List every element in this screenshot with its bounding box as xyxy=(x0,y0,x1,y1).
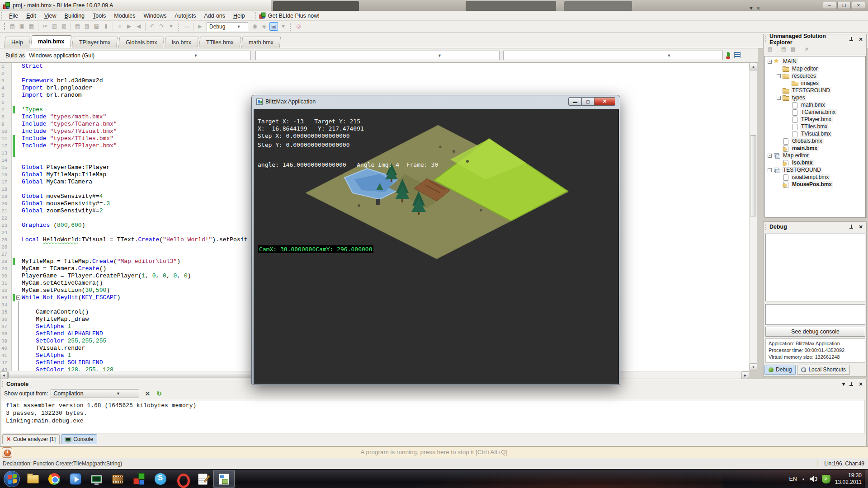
tree-expand-icon[interactable]: − xyxy=(777,74,781,78)
taskbar-chrome-icon[interactable] xyxy=(43,470,65,488)
code-line[interactable]: 1Strict xyxy=(0,63,749,70)
volume-icon[interactable] xyxy=(810,476,817,482)
app-minimize-button[interactable]: ▬ xyxy=(568,97,582,106)
menu-item-add-ons[interactable]: Add-ons xyxy=(200,12,229,20)
save-all-icon[interactable]: ▦ xyxy=(27,22,36,31)
help-icon[interactable]: ◎ xyxy=(294,22,303,31)
editor-vertical-scrollbar[interactable]: ▲ ▼ xyxy=(749,63,757,371)
outdent-icon[interactable]: ◀ xyxy=(134,22,143,31)
blitzmax-app-window[interactable]: BlitzMax Application ▬ ◻ ✕ xyxy=(251,95,620,385)
fold-collapse-icon[interactable]: − xyxy=(16,296,20,300)
app-close-button[interactable]: ✕ xyxy=(594,97,615,106)
tree-expand-icon[interactable]: − xyxy=(768,154,772,158)
tab-main-bmx[interactable]: main.bmx xyxy=(30,35,71,48)
tree-expand-icon[interactable]: − xyxy=(768,168,772,172)
bookmark-icon[interactable]: ▮ xyxy=(102,22,110,31)
program-running-message[interactable]: A program is running, press here to stop… xyxy=(0,449,868,455)
output-source-select[interactable]: Compilation ▼ xyxy=(51,389,139,398)
tree-item-ttiles-bmx[interactable]: TTiles.bmx xyxy=(765,123,865,130)
tab-code-analyzer[interactable]: ✕ Code analyzer [1] xyxy=(2,434,60,444)
chevron-down-icon[interactable]: ▼ xyxy=(840,381,847,387)
redo-icon[interactable]: ↷ xyxy=(157,22,166,31)
clear-console-icon[interactable]: ✕ xyxy=(145,390,150,397)
app-maximize-button[interactable]: ◻ xyxy=(582,97,594,106)
close-button[interactable]: ✕ xyxy=(852,2,865,9)
taskbar-start-button[interactable] xyxy=(1,470,22,488)
minimize-button[interactable]: ─ xyxy=(823,2,836,9)
clock[interactable]: 19:30 13.02.2011 xyxy=(835,472,862,486)
save-icon[interactable]: ▣ xyxy=(18,22,26,31)
tree-item-globals-bmx[interactable]: Globals.bmx xyxy=(765,137,865,145)
book-open-icon[interactable]: ▤ xyxy=(73,22,82,31)
indent-icon[interactable]: ▶ xyxy=(125,22,133,31)
tree-item-types[interactable]: −types xyxy=(765,94,865,101)
scroll-right-icon[interactable]: ▶ xyxy=(741,371,749,379)
tab-iso-bmx[interactable]: iso.bmx xyxy=(165,37,199,48)
taskbar-movie-maker-icon[interactable] xyxy=(107,470,128,488)
paste-icon[interactable]: ▨ xyxy=(60,22,68,31)
console-output[interactable]: flat assembler version 1.68 (1645625 kil… xyxy=(2,400,864,433)
menu-item-file[interactable]: File xyxy=(5,12,22,20)
tree-item-map-editor[interactable]: Map editor xyxy=(765,65,865,72)
tree-item-iso-bmx[interactable]: iso.bmx xyxy=(765,159,865,166)
cascade-windows-icon[interactable]: ▧ xyxy=(766,45,774,54)
taskbar-text-editor-icon[interactable] xyxy=(192,470,213,488)
copy-special-icon[interactable]: ▣ xyxy=(269,22,278,31)
taskbar-explorer-icon[interactable] xyxy=(22,470,43,488)
open-icon[interactable]: ▤ xyxy=(8,22,17,31)
scroll-up-icon[interactable]: ▲ xyxy=(750,63,757,70)
scrollbar-thumb[interactable] xyxy=(750,135,756,216)
show-desktop-button[interactable] xyxy=(865,469,868,488)
tab-math-bmx[interactable]: math.bmx xyxy=(241,37,281,48)
build-tree-icon[interactable] xyxy=(725,52,732,59)
secondary-select[interactable]: ▼ xyxy=(255,51,500,60)
tree-item-testground[interactable]: TESTGROUND xyxy=(765,87,865,94)
tree-item-main-bmx[interactable]: main.bmx xyxy=(765,145,865,152)
antivirus-shield-icon[interactable]: ✓ xyxy=(822,475,830,483)
undo-icon[interactable]: ↶ xyxy=(148,22,156,31)
code-line[interactable]: 2 xyxy=(0,70,749,77)
see-debug-console-button[interactable]: See debug console xyxy=(765,327,865,337)
window-icon[interactable]: □ xyxy=(182,22,191,31)
scroll-down-icon[interactable]: ▼ xyxy=(750,363,757,371)
debug-value-box[interactable] xyxy=(765,304,865,325)
menu-item-building[interactable]: Building xyxy=(61,12,89,20)
tab-console[interactable]: Console xyxy=(61,434,97,444)
close-panel-icon[interactable]: ✕ xyxy=(857,381,864,387)
tab-local-shortcuts[interactable]: Local Shortcuts xyxy=(797,365,850,375)
close-tab-icon[interactable]: ✕ xyxy=(756,5,760,11)
menu-item-edit[interactable]: Edit xyxy=(22,12,40,20)
overflow-icon[interactable]: ▾ xyxy=(279,22,288,31)
taskbar-system-monitor-icon[interactable] xyxy=(86,470,107,488)
menu-item-tools[interactable]: Tools xyxy=(89,12,110,20)
ide-title-bar[interactable]: proj - main.bmx - BLIde Free 10.02.09 A xyxy=(0,0,271,11)
tree-expand-icon[interactable]: − xyxy=(777,96,781,100)
tab-globals-bmx[interactable]: Globals.bmx xyxy=(118,37,164,48)
run-to-icon[interactable]: ◉ xyxy=(250,22,259,31)
delete-icon[interactable]: ✕ xyxy=(802,45,811,54)
tab-help[interactable]: Help xyxy=(4,37,30,48)
pin-icon[interactable] xyxy=(849,37,854,42)
menu-item-modules[interactable]: Modules xyxy=(110,12,139,20)
menu-item-autolists[interactable]: Autolists xyxy=(170,12,200,20)
copy-icon[interactable]: ▥ xyxy=(50,22,59,31)
scroll-left-icon[interactable]: ◀ xyxy=(0,371,8,379)
taskbar-opera-icon[interactable] xyxy=(171,470,192,488)
tree-expand-icon[interactable]: − xyxy=(768,60,772,64)
list-view-icon[interactable] xyxy=(734,52,741,58)
skip-icon[interactable]: ◈ xyxy=(260,22,269,31)
tree-item-tvisual-bmx[interactable]: TVisual.bmx xyxy=(765,130,865,137)
build-target-select[interactable]: Windows application (Gui) ▼ xyxy=(26,51,251,60)
search-icon[interactable]: ○ xyxy=(115,22,124,31)
app-title-bar[interactable]: BlitzMax Application xyxy=(252,95,620,108)
taskbar-skype-icon[interactable] xyxy=(150,470,171,488)
tree-item-resources[interactable]: −resources xyxy=(765,72,865,80)
tab-list-dropdown-icon[interactable]: ▼ xyxy=(749,5,754,11)
pin-icon[interactable] xyxy=(849,381,854,387)
tree-item-main[interactable]: −MAIN xyxy=(765,58,865,65)
taskbar-blitzmax-app-icon[interactable] xyxy=(213,470,235,488)
close-panel-icon[interactable]: ✕ xyxy=(857,37,864,42)
tree-item-testground[interactable]: −TESTGROUND xyxy=(765,166,865,174)
tree-item-map-editor[interactable]: −Map editor xyxy=(765,152,865,159)
get-blide-plus-promo[interactable]: Get BLIde Plus now! xyxy=(255,12,322,19)
